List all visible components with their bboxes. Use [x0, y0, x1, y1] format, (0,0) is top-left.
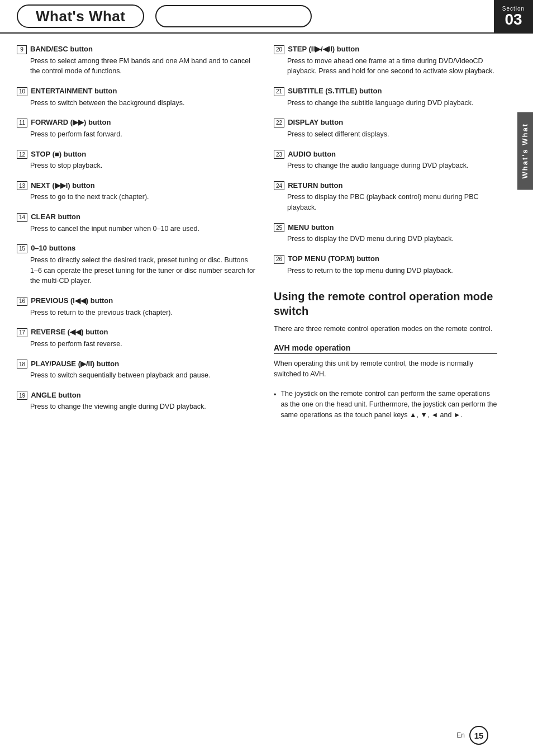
item-body: Press to switch sequentially between pla… — [17, 370, 257, 381]
item-title: SUBTITLE (S.TITLE) button — [288, 87, 382, 95]
section-badge: Section 03 — [494, 0, 533, 32]
item-number: 18 — [17, 360, 27, 368]
item-number: 9 — [17, 45, 27, 54]
list-item: 23 AUDIO button Press to change the audi… — [274, 150, 497, 171]
item-header: 15 0–10 buttons — [17, 244, 257, 253]
item-title: NEXT (▶▶I) button — [31, 181, 95, 190]
item-header: 26 TOP MENU (TOP.M) button — [274, 254, 497, 264]
item-number: 25 — [274, 223, 284, 232]
item-title: AUDIO button — [288, 150, 336, 158]
item-title: TOP MENU (TOP.M) button — [288, 254, 379, 263]
item-body: Press to return to the previous track (c… — [17, 308, 257, 318]
item-body: Press to perform fast reverse. — [17, 339, 257, 349]
main-content: 9 BAND/ESC button Press to select among … — [0, 34, 533, 433]
item-body: Press to select among three FM bands and… — [17, 56, 257, 77]
right-column: 20 STEP (II▶/◀II) button Press to move a… — [274, 45, 514, 422]
item-number: 17 — [17, 328, 27, 337]
item-body: Press to change the subtitle language du… — [274, 98, 497, 108]
item-number: 10 — [17, 87, 27, 96]
item-title: STEP (II▶/◀II) button — [288, 45, 359, 53]
item-body: Press to directly select the desired tra… — [17, 255, 257, 286]
item-header: 18 PLAY/PAUSE (▶/II) button — [17, 360, 257, 369]
item-title: PLAY/PAUSE (▶/II) button — [31, 360, 119, 368]
item-title: RETURN button — [288, 181, 342, 190]
item-title: FORWARD (▶▶) button — [31, 118, 111, 126]
section-number: 03 — [505, 12, 522, 27]
top-center-box — [144, 0, 533, 32]
item-header: 13 NEXT (▶▶I) button — [17, 181, 257, 191]
item-title: CLEAR button — [31, 212, 80, 221]
item-body: Press to go to the next track (chapter). — [17, 192, 257, 202]
item-header: 12 STOP (■) button — [17, 150, 257, 159]
list-item: 11 FORWARD (▶▶) button Press to perform … — [17, 118, 257, 139]
item-number: 20 — [274, 45, 284, 54]
footer: En 15 — [456, 726, 488, 745]
item-body: Press to change the viewing angle during… — [17, 401, 257, 412]
list-item: 16 PREVIOUS (I◀◀) button Press to return… — [17, 296, 257, 318]
item-number: 26 — [274, 255, 284, 264]
item-number: 15 — [17, 244, 27, 253]
list-item: 21 SUBTITLE (S.TITLE) button Press to ch… — [274, 87, 497, 108]
item-body: Press to display the DVD menu during DVD… — [274, 234, 497, 244]
bullet-dot: • — [274, 390, 276, 400]
item-title: MENU button — [288, 223, 334, 231]
item-header: 10 ENTERTAINMENT button — [17, 87, 257, 96]
item-body: Press to switch between the background d… — [17, 98, 257, 108]
item-header: 11 FORWARD (▶▶) button — [17, 118, 257, 127]
top-center-oval — [155, 5, 312, 27]
title-box: What's What — [17, 4, 144, 28]
item-body: Press to change the audio language durin… — [274, 160, 497, 171]
page-lang: En — [456, 731, 465, 739]
item-title: BAND/ESC button — [30, 45, 93, 53]
avh-sub-heading: AVH mode operation — [274, 343, 497, 354]
bullet-text: The joystick on the remote control can p… — [280, 389, 497, 421]
list-item: 19 ANGLE button Press to change the view… — [17, 391, 257, 412]
item-number: 11 — [17, 119, 27, 127]
item-number: 19 — [17, 391, 27, 400]
item-body: Press to cancel the input number when 0–… — [17, 224, 257, 234]
item-header: 24 RETURN button — [274, 181, 497, 191]
list-item: 18 PLAY/PAUSE (▶/II) button Press to swi… — [17, 360, 257, 381]
remote-section-intro: There are three remote control operation… — [274, 324, 497, 334]
item-header: 16 PREVIOUS (I◀◀) button — [17, 296, 257, 306]
item-header: 9 BAND/ESC button — [17, 45, 257, 54]
item-title: REVERSE (◀◀) button — [31, 328, 108, 336]
item-header: 23 AUDIO button — [274, 150, 497, 159]
list-item: 17 REVERSE (◀◀) button Press to perform … — [17, 328, 257, 349]
list-item: 14 CLEAR button Press to cancel the inpu… — [17, 212, 257, 234]
bullet-item: • The joystick on the remote control can… — [274, 389, 497, 421]
item-number: 14 — [17, 213, 27, 222]
item-number: 24 — [274, 181, 284, 190]
list-item: 20 STEP (II▶/◀II) button Press to move a… — [274, 45, 497, 77]
list-item: 10 ENTERTAINMENT button Press to switch … — [17, 87, 257, 108]
item-header: 17 REVERSE (◀◀) button — [17, 328, 257, 337]
item-body: Press to select different displays. — [274, 129, 497, 140]
item-number: 12 — [17, 150, 27, 159]
top-bar: What's What Section 03 — [0, 0, 533, 34]
item-body: Press to move ahead one frame at a time … — [274, 56, 497, 77]
page-title: What's What — [36, 8, 125, 25]
list-item: 24 RETURN button Press to display the PB… — [274, 181, 497, 213]
avh-body: When operating this unit by remote contr… — [274, 358, 497, 380]
item-body: Press to stop playback. — [17, 160, 257, 171]
item-title: STOP (■) button — [31, 150, 86, 158]
item-body: Press to return to the top menu during D… — [274, 266, 497, 276]
list-item: 15 0–10 buttons Press to directly select… — [17, 244, 257, 286]
list-item: 22 DISPLAY button Press to select differ… — [274, 118, 497, 139]
item-number: 23 — [274, 150, 284, 159]
list-item: 13 NEXT (▶▶I) button Press to go to the … — [17, 181, 257, 202]
item-header: 19 ANGLE button — [17, 391, 257, 400]
item-body: Press to perform fast forward. — [17, 129, 257, 140]
item-title: ENTERTAINMENT button — [31, 87, 117, 95]
item-header: 21 SUBTITLE (S.TITLE) button — [274, 87, 497, 96]
page-number: 15 — [469, 726, 488, 745]
item-title: ANGLE button — [31, 391, 81, 399]
list-item: 9 BAND/ESC button Press to select among … — [17, 45, 257, 77]
list-item: 12 STOP (■) button Press to stop playbac… — [17, 150, 257, 171]
page-container: What's What Section 03 What's What 9 BAN… — [0, 0, 533, 756]
list-item: 25 MENU button Press to display the DVD … — [274, 223, 497, 244]
item-number: 21 — [274, 87, 284, 96]
side-tab-label: What's What — [521, 123, 529, 178]
remote-section-heading: Using the remote control operation mode … — [274, 289, 497, 318]
item-number: 16 — [17, 297, 27, 306]
